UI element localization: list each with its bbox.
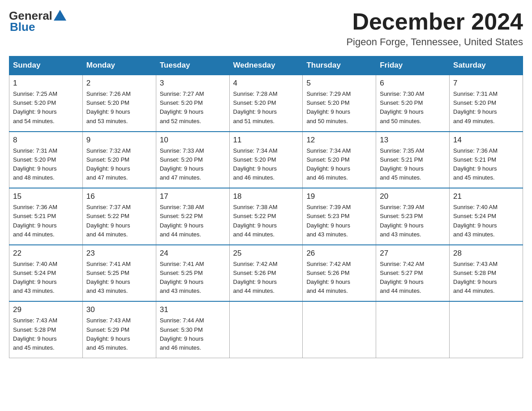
calendar-day-cell: 16Sunrise: 7:37 AMSunset: 5:22 PMDayligh… — [82, 188, 156, 245]
day-number: 25 — [233, 249, 299, 258]
calendar-day-cell: 11Sunrise: 7:34 AMSunset: 5:20 PMDayligh… — [229, 132, 303, 188]
header-sunday: Sunday — [9, 56, 83, 75]
calendar-empty-cell — [450, 301, 523, 358]
header-friday: Friday — [376, 56, 450, 75]
title-block: December 2024 Pigeon Forge, Tennessee, U… — [346, 9, 523, 48]
day-number: 22 — [13, 249, 79, 258]
day-info: Sunrise: 7:28 AMSunset: 5:20 PMDaylight:… — [233, 90, 299, 126]
header-thursday: Thursday — [303, 56, 376, 75]
day-info: Sunrise: 7:32 AMSunset: 5:20 PMDaylight:… — [86, 146, 152, 183]
calendar-day-cell: 24Sunrise: 7:41 AMSunset: 5:25 PMDayligh… — [156, 245, 229, 302]
page-header: General Blue December 2024 Pigeon Forge,… — [9, 9, 523, 48]
day-info: Sunrise: 7:39 AMSunset: 5:23 PMDaylight:… — [306, 203, 372, 239]
calendar-day-cell: 29Sunrise: 7:43 AMSunset: 5:28 PMDayligh… — [9, 301, 83, 358]
day-info: Sunrise: 7:25 AMSunset: 5:20 PMDaylight:… — [13, 90, 79, 126]
day-info: Sunrise: 7:38 AMSunset: 5:22 PMDaylight:… — [160, 203, 226, 239]
calendar-day-cell: 2Sunrise: 7:26 AMSunset: 5:20 PMDaylight… — [82, 75, 156, 132]
day-number: 13 — [380, 136, 446, 145]
calendar-day-cell: 18Sunrise: 7:38 AMSunset: 5:22 PMDayligh… — [229, 188, 303, 245]
calendar-day-cell: 4Sunrise: 7:28 AMSunset: 5:20 PMDaylight… — [229, 75, 303, 132]
day-info: Sunrise: 7:34 AMSunset: 5:20 PMDaylight:… — [306, 146, 372, 183]
day-number: 10 — [160, 136, 226, 145]
calendar-day-cell: 26Sunrise: 7:42 AMSunset: 5:26 PMDayligh… — [303, 245, 376, 302]
day-info: Sunrise: 7:36 AMSunset: 5:21 PMDaylight:… — [453, 146, 519, 183]
day-info: Sunrise: 7:30 AMSunset: 5:20 PMDaylight:… — [380, 90, 446, 126]
calendar-day-cell: 22Sunrise: 7:40 AMSunset: 5:24 PMDayligh… — [9, 245, 83, 302]
calendar-day-cell: 3Sunrise: 7:27 AMSunset: 5:20 PMDaylight… — [156, 75, 229, 132]
day-info: Sunrise: 7:34 AMSunset: 5:20 PMDaylight:… — [233, 146, 299, 183]
header-monday: Monday — [82, 56, 156, 75]
day-number: 4 — [233, 79, 299, 88]
calendar-empty-cell — [303, 301, 376, 358]
day-number: 9 — [86, 136, 152, 145]
day-number: 17 — [160, 192, 226, 201]
calendar-day-cell: 12Sunrise: 7:34 AMSunset: 5:20 PMDayligh… — [303, 132, 376, 188]
day-number: 31 — [160, 305, 226, 314]
calendar-day-cell: 17Sunrise: 7:38 AMSunset: 5:22 PMDayligh… — [156, 188, 229, 245]
day-number: 11 — [233, 136, 299, 145]
day-info: Sunrise: 7:29 AMSunset: 5:20 PMDaylight:… — [306, 90, 372, 126]
day-number: 20 — [380, 192, 446, 201]
svg-marker-0 — [54, 10, 66, 21]
day-info: Sunrise: 7:27 AMSunset: 5:20 PMDaylight:… — [160, 90, 226, 126]
day-number: 26 — [306, 249, 372, 258]
header-tuesday: Tuesday — [156, 56, 229, 75]
day-number: 14 — [453, 136, 519, 145]
calendar-week-row: 1Sunrise: 7:25 AMSunset: 5:20 PMDaylight… — [9, 75, 523, 132]
day-info: Sunrise: 7:44 AMSunset: 5:30 PMDaylight:… — [160, 316, 226, 352]
day-number: 27 — [380, 249, 446, 258]
day-number: 6 — [380, 79, 446, 88]
header-saturday: Saturday — [450, 56, 523, 75]
day-number: 15 — [13, 192, 79, 201]
calendar-day-cell: 8Sunrise: 7:31 AMSunset: 5:20 PMDaylight… — [9, 132, 83, 188]
calendar-day-cell: 5Sunrise: 7:29 AMSunset: 5:20 PMDaylight… — [303, 75, 376, 132]
calendar-day-cell: 1Sunrise: 7:25 AMSunset: 5:20 PMDaylight… — [9, 75, 83, 132]
day-number: 8 — [13, 136, 79, 145]
day-info: Sunrise: 7:38 AMSunset: 5:22 PMDaylight:… — [233, 203, 299, 239]
calendar-day-cell: 30Sunrise: 7:43 AMSunset: 5:29 PMDayligh… — [82, 301, 156, 358]
logo: General Blue — [9, 9, 68, 34]
calendar-day-cell: 23Sunrise: 7:41 AMSunset: 5:25 PMDayligh… — [82, 245, 156, 302]
day-info: Sunrise: 7:43 AMSunset: 5:29 PMDaylight:… — [86, 316, 152, 352]
calendar-day-cell: 10Sunrise: 7:33 AMSunset: 5:20 PMDayligh… — [156, 132, 229, 188]
day-number: 30 — [86, 305, 152, 314]
calendar-week-row: 15Sunrise: 7:36 AMSunset: 5:21 PMDayligh… — [9, 188, 523, 245]
day-number: 23 — [86, 249, 152, 258]
day-info: Sunrise: 7:35 AMSunset: 5:21 PMDaylight:… — [380, 146, 446, 183]
day-info: Sunrise: 7:26 AMSunset: 5:20 PMDaylight:… — [86, 90, 152, 126]
day-info: Sunrise: 7:41 AMSunset: 5:25 PMDaylight:… — [160, 260, 226, 296]
day-number: 28 — [453, 249, 519, 258]
month-title: December 2024 — [346, 9, 523, 34]
day-info: Sunrise: 7:43 AMSunset: 5:28 PMDaylight:… — [13, 316, 79, 352]
calendar-table: SundayMondayTuesdayWednesdayThursdayFrid… — [9, 56, 523, 358]
calendar-week-row: 22Sunrise: 7:40 AMSunset: 5:24 PMDayligh… — [9, 245, 523, 302]
calendar-week-row: 29Sunrise: 7:43 AMSunset: 5:28 PMDayligh… — [9, 301, 523, 358]
calendar-day-cell: 15Sunrise: 7:36 AMSunset: 5:21 PMDayligh… — [9, 188, 83, 245]
day-number: 18 — [233, 192, 299, 201]
calendar-day-cell: 20Sunrise: 7:39 AMSunset: 5:23 PMDayligh… — [376, 188, 450, 245]
calendar-day-cell: 7Sunrise: 7:31 AMSunset: 5:20 PMDaylight… — [450, 75, 523, 132]
calendar-day-cell: 14Sunrise: 7:36 AMSunset: 5:21 PMDayligh… — [450, 132, 523, 188]
day-info: Sunrise: 7:33 AMSunset: 5:20 PMDaylight:… — [160, 146, 226, 183]
day-info: Sunrise: 7:40 AMSunset: 5:24 PMDaylight:… — [13, 260, 79, 296]
calendar-day-cell: 9Sunrise: 7:32 AMSunset: 5:20 PMDaylight… — [82, 132, 156, 188]
day-number: 21 — [453, 192, 519, 201]
calendar-week-row: 8Sunrise: 7:31 AMSunset: 5:20 PMDaylight… — [9, 132, 523, 188]
header-wednesday: Wednesday — [229, 56, 303, 75]
day-number: 2 — [86, 79, 152, 88]
logo-icon — [53, 9, 67, 22]
calendar-day-cell: 27Sunrise: 7:42 AMSunset: 5:27 PMDayligh… — [376, 245, 450, 302]
day-number: 3 — [160, 79, 226, 88]
day-info: Sunrise: 7:42 AMSunset: 5:26 PMDaylight:… — [306, 260, 372, 296]
day-info: Sunrise: 7:42 AMSunset: 5:26 PMDaylight:… — [233, 260, 299, 296]
day-number: 5 — [306, 79, 372, 88]
calendar-empty-cell — [229, 301, 303, 358]
day-info: Sunrise: 7:40 AMSunset: 5:24 PMDaylight:… — [453, 203, 519, 239]
day-number: 24 — [160, 249, 226, 258]
calendar-empty-cell — [376, 301, 450, 358]
day-number: 1 — [13, 79, 79, 88]
day-number: 19 — [306, 192, 372, 201]
calendar-header-row: SundayMondayTuesdayWednesdayThursdayFrid… — [9, 56, 523, 75]
day-number: 12 — [306, 136, 372, 145]
day-number: 7 — [453, 79, 519, 88]
